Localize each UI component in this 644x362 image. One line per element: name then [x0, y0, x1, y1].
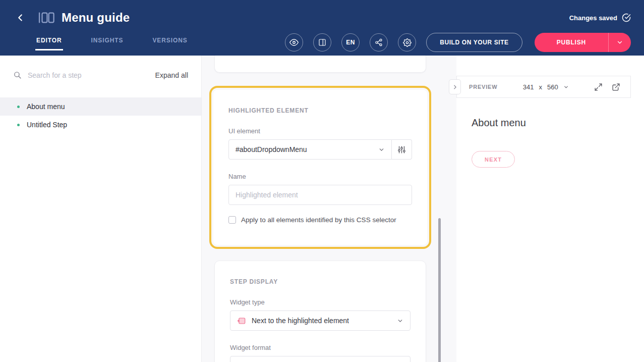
preview-step-title: About menu [472, 117, 631, 129]
app-logo-icon [38, 11, 54, 24]
name-label: Name [228, 173, 412, 180]
preview-width-value: 341 [523, 83, 534, 91]
tab-versions[interactable]: VERSIONS [151, 35, 188, 50]
widget-type-select[interactable]: Next to the highlighted element [230, 311, 411, 331]
chevron-down-icon [563, 84, 569, 90]
step-dot-icon [17, 106, 20, 108]
widget-type-label: Widget type [230, 298, 411, 306]
chevron-right-icon [452, 84, 458, 90]
element-name-input[interactable] [228, 185, 412, 205]
ui-element-select[interactable]: #aboutDropdownMenu [228, 139, 392, 160]
layout-button[interactable] [313, 33, 331, 51]
ui-element-label: UI element [228, 127, 412, 135]
preview-eye-button[interactable] [285, 33, 303, 51]
apply-all-checkbox[interactable] [228, 216, 236, 224]
step-item-label: About menu [27, 102, 65, 111]
section-heading: HIGHLIGHTED ELEMENT [228, 107, 412, 114]
publish-button-group: PUBLISH [535, 33, 631, 52]
header-tabs: EDITOR INSIGHTS VERSIONS [35, 31, 216, 54]
step-display-card: STEP DISPLAY Widget type Next to the hig… [214, 261, 426, 362]
element-picker-button[interactable] [392, 139, 412, 160]
preview-panel: PREVIEW 341 x 560 [456, 56, 644, 362]
preview-header: PREVIEW 341 x 560 [456, 76, 631, 98]
highlighted-card-outline: HIGHLIGHTED ELEMENT UI element #aboutDro… [209, 86, 431, 249]
preview-size-separator: x [539, 83, 542, 91]
widget-tooltip-icon [237, 317, 246, 325]
expand-preview-button[interactable] [594, 83, 603, 91]
layout-panel-icon [318, 38, 326, 46]
collapse-preview-button[interactable] [449, 79, 461, 94]
apply-all-checkbox-row: Apply to all elements identified by this… [228, 216, 412, 224]
search-icon [13, 71, 22, 79]
previous-settings-card [214, 56, 426, 73]
chevron-down-icon [616, 39, 623, 46]
preview-height-value: 560 [547, 83, 558, 91]
preview-label: PREVIEW [469, 84, 497, 90]
preview-next-button[interactable]: NEXT [472, 151, 515, 168]
chevron-down-icon [397, 318, 403, 324]
tab-editor[interactable]: EDITOR [35, 35, 63, 50]
check-circle-icon [622, 13, 631, 22]
ui-element-value: #aboutDropdownMenu [236, 145, 307, 153]
preview-content: About menu NEXT [456, 98, 631, 362]
build-on-site-button[interactable]: BUILD ON YOUR SITE [426, 33, 522, 52]
tab-insights[interactable]: INSIGHTS [90, 35, 125, 50]
share-button[interactable] [370, 33, 388, 51]
publish-dropdown-button[interactable] [609, 33, 631, 52]
external-link-icon [612, 83, 620, 91]
apply-all-label: Apply to all elements identified by this… [241, 216, 396, 224]
section-heading: STEP DISPLAY [230, 278, 411, 285]
widget-format-label: Widget format [230, 344, 411, 351]
settings-button[interactable] [398, 33, 416, 51]
maximize-icon [594, 83, 603, 91]
main-scrollbar[interactable] [438, 218, 441, 362]
eye-icon [289, 38, 299, 47]
steps-sidebar: Expand all About menu Untitled Step [0, 56, 202, 362]
step-dot-icon [17, 124, 20, 126]
language-badge: EN [346, 39, 355, 46]
step-item-untitled[interactable]: Untitled Step [0, 116, 201, 134]
highlighted-element-card: HIGHLIGHTED ELEMENT UI element #aboutDro… [213, 90, 427, 245]
publish-button[interactable]: PUBLISH [535, 33, 608, 52]
preview-size-select[interactable]: 341 x 560 [523, 83, 569, 91]
step-item-label: Untitled Step [27, 121, 67, 129]
gear-icon [403, 38, 412, 47]
step-item-about-menu[interactable]: About menu [0, 97, 201, 116]
chevron-left-icon [15, 12, 26, 23]
changes-saved-status: Changes saved [569, 13, 631, 22]
top-bar: Menu guide Changes saved EDITOR INSIGHTS… [0, 0, 644, 56]
open-external-button[interactable] [612, 83, 620, 91]
page-title: Menu guide [62, 11, 130, 25]
step-search-input[interactable] [28, 71, 155, 79]
widget-format-select[interactable] [230, 356, 411, 362]
share-icon [375, 38, 383, 46]
language-button[interactable]: EN [341, 33, 360, 51]
expand-all-link[interactable]: Expand all [155, 71, 188, 79]
app-window: Menu guide Changes saved EDITOR INSIGHTS… [0, 0, 644, 362]
step-list: About menu Untitled Step [0, 97, 201, 134]
sliders-icon [397, 145, 406, 154]
chevron-down-icon [378, 146, 385, 153]
widget-type-value: Next to the highlighted element [252, 317, 349, 325]
editor-canvas: HIGHLIGHTED ELEMENT UI element #aboutDro… [202, 56, 456, 362]
back-button[interactable] [13, 11, 27, 25]
